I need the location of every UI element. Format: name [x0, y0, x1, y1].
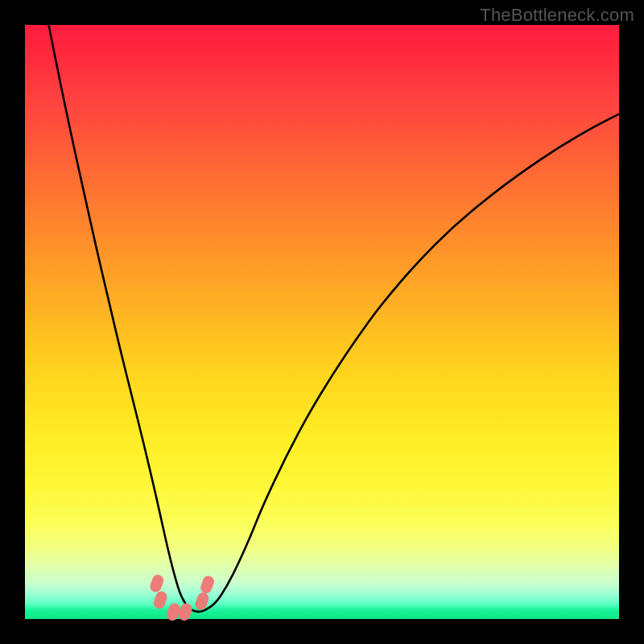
marker-lozenge — [199, 574, 216, 594]
marker-lozenge — [165, 601, 182, 621]
bottleneck-curve — [49, 25, 619, 612]
marker-lozenge — [148, 573, 165, 593]
marker-lozenge — [177, 601, 194, 621]
watermark-text: TheBottleneck.com — [480, 5, 634, 26]
marker-lozenge — [152, 590, 169, 610]
curve-svg — [25, 25, 619, 619]
plot-area — [25, 25, 619, 619]
chart-frame: TheBottleneck.com — [0, 0, 644, 644]
